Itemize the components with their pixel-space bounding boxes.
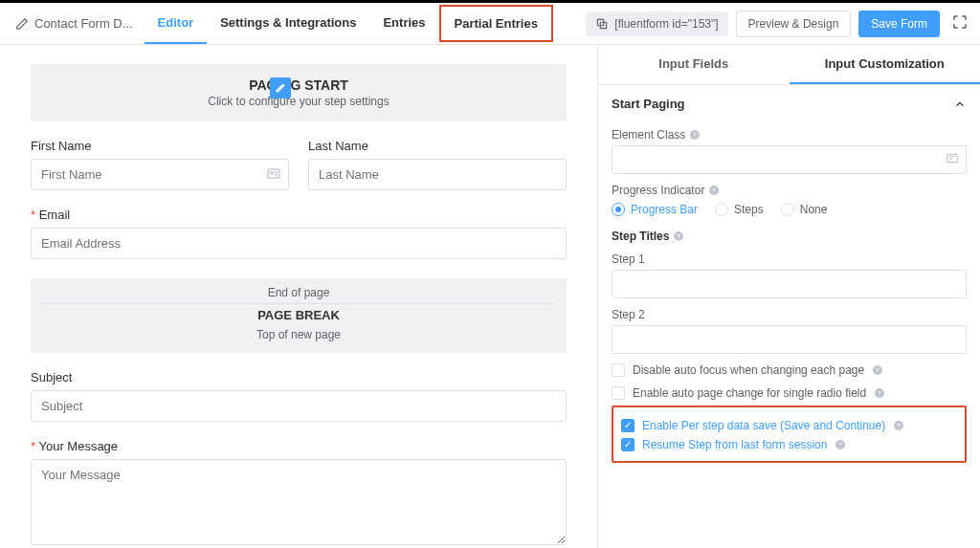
step1-label: Step 1 xyxy=(612,252,967,266)
checkbox[interactable] xyxy=(612,386,625,400)
info-icon: ? xyxy=(835,439,846,450)
form-title[interactable]: Contact Form D... xyxy=(8,16,141,31)
chevron-up-icon xyxy=(953,98,967,111)
message-label: Your Message xyxy=(31,439,567,453)
form-canvas: PAGING START Click to configure your ste… xyxy=(0,45,597,548)
checkbox[interactable] xyxy=(621,419,635,432)
shortcode-copy[interactable]: [fluentform id="153"] xyxy=(586,11,727,36)
email-label: Email xyxy=(31,208,567,222)
first-name-label: First Name xyxy=(31,139,289,153)
step-titles-label: Step Titles ? xyxy=(612,230,967,243)
radio-steps[interactable]: Steps xyxy=(715,203,764,216)
pencil-icon xyxy=(15,17,29,31)
tab-settings[interactable]: Settings & Integrations xyxy=(207,3,369,44)
element-class-input[interactable] xyxy=(612,145,967,174)
element-class-suffix-icon[interactable] xyxy=(946,152,959,168)
highlighted-options: Enable Per step data save (Save and Cont… xyxy=(612,406,967,463)
step2-input[interactable] xyxy=(612,325,967,354)
tab-editor[interactable]: Editor xyxy=(145,3,208,44)
save-form-button[interactable]: Save Form xyxy=(858,11,940,37)
progress-indicator-label: Progress Indicator ? xyxy=(612,184,967,197)
first-name-input[interactable] xyxy=(31,159,289,190)
element-class-label: Element Class ? xyxy=(612,128,967,142)
info-icon: ? xyxy=(872,364,883,376)
message-textarea[interactable] xyxy=(31,459,567,545)
radio-progress-bar[interactable]: Progress Bar xyxy=(612,203,698,216)
info-icon: ? xyxy=(893,420,904,431)
step1-input[interactable] xyxy=(612,270,967,298)
info-icon: ? xyxy=(673,230,684,242)
tab-input-fields[interactable]: Input Fields xyxy=(598,45,790,84)
form-title-text: Contact Form D... xyxy=(34,16,133,31)
check-auto-page-change[interactable]: Enable auto page change for single radio… xyxy=(612,386,967,400)
svg-rect-2 xyxy=(268,168,279,177)
main-tabs: Editor Settings & Integrations Entries P… xyxy=(145,3,553,44)
check-per-step-save[interactable]: Enable Per step data save (Save and Cont… xyxy=(621,419,957,432)
section-title: Start Paging xyxy=(612,97,685,111)
page-break-title: PAGE BREAK xyxy=(31,304,567,326)
tab-input-customization[interactable]: Input Customization xyxy=(790,45,981,84)
subject-input[interactable] xyxy=(31,390,567,422)
checkbox[interactable] xyxy=(612,363,625,377)
name-field-icon xyxy=(266,165,281,184)
svg-point-3 xyxy=(271,171,274,174)
step2-label: Step 2 xyxy=(612,308,967,321)
info-icon: ? xyxy=(708,185,720,196)
copy-icon xyxy=(595,17,609,31)
radio-none[interactable]: None xyxy=(781,203,828,216)
info-icon: ? xyxy=(874,387,885,399)
paging-start-title: PAGING START xyxy=(31,77,567,93)
last-name-input[interactable] xyxy=(308,159,567,190)
check-disable-autofocus[interactable]: Disable auto focus when changing each pa… xyxy=(612,363,967,377)
right-sidebar: Input Fields Input Customization Start P… xyxy=(597,45,980,548)
email-input[interactable] xyxy=(31,228,567,259)
section-start-paging[interactable]: Start Paging xyxy=(612,85,967,119)
info-icon: ? xyxy=(689,129,701,141)
last-name-label: Last Name xyxy=(308,139,567,153)
paging-start-block[interactable]: PAGING START Click to configure your ste… xyxy=(31,64,567,121)
svg-text:?: ? xyxy=(678,233,681,239)
tab-partial-entries[interactable]: Partial Entries xyxy=(439,5,553,42)
page-break-top: End of page xyxy=(42,284,555,304)
paging-start-subtitle: Click to configure your step settings xyxy=(31,95,567,108)
top-bar: Contact Form D... Editor Settings & Inte… xyxy=(0,3,980,45)
expand-icon xyxy=(951,13,969,31)
pencil-icon xyxy=(275,82,286,94)
fullscreen-toggle[interactable] xyxy=(947,10,972,37)
page-break-block[interactable]: End of page PAGE BREAK Top of new page xyxy=(31,278,567,353)
subject-label: Subject xyxy=(31,370,567,384)
check-resume-step[interactable]: Resume Step from last form session ? xyxy=(621,438,957,451)
checkbox[interactable] xyxy=(621,438,635,451)
tab-entries[interactable]: Entries xyxy=(369,3,438,44)
edit-block-button[interactable] xyxy=(270,77,291,99)
preview-design-button[interactable]: Preview & Design xyxy=(736,11,852,37)
shortcode-text: [fluentform id="153"] xyxy=(614,17,718,31)
page-break-bottom: Top of new page xyxy=(31,326,567,343)
